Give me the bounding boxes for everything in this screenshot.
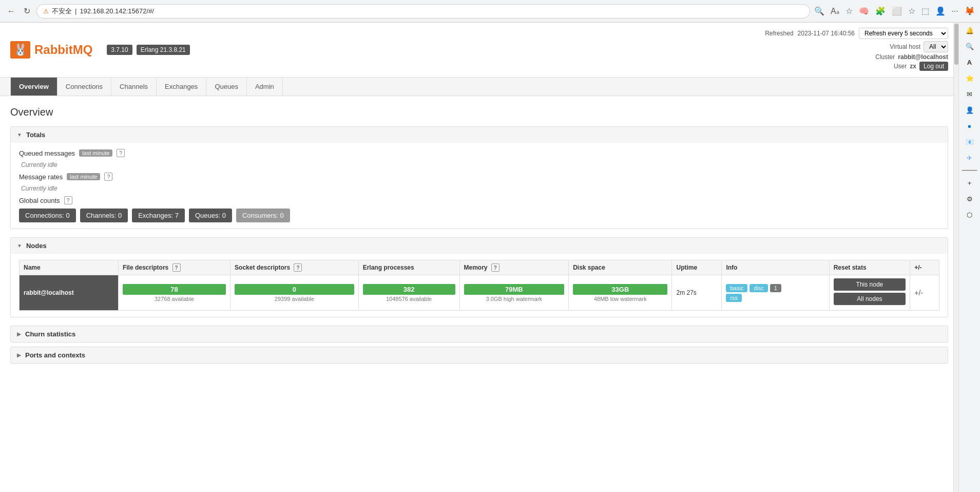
message-rates-help-icon[interactable]: ?	[104, 173, 112, 181]
person-sidebar-icon[interactable]: 👤	[966, 106, 974, 114]
plus-minus-icon[interactable]: +/-	[914, 289, 923, 297]
socket-descriptors-cell: 0 29399 available	[230, 275, 359, 311]
tab-channels[interactable]: Channels	[111, 78, 157, 96]
node-name: rabbit@localhost	[20, 275, 119, 311]
memory-help-icon[interactable]: ?	[491, 263, 499, 272]
back-button[interactable]: ←	[5, 5, 17, 18]
user-name: zx	[910, 63, 916, 70]
exchanges-count-badge[interactable]: Exchanges: 7	[132, 209, 185, 222]
split-icon[interactable]: ⬜	[892, 6, 902, 16]
socket-descriptors-bar: 0	[235, 284, 354, 295]
refresh-button[interactable]: ↻	[22, 4, 32, 18]
logout-button[interactable]: Log out	[919, 62, 948, 71]
email-sidebar-icon[interactable]: ✉	[967, 90, 972, 98]
queues-count-badge[interactable]: Queues: 0	[189, 209, 232, 222]
version-badge: 3.7.10	[107, 45, 132, 55]
cluster-label: Cluster	[875, 53, 895, 61]
info-tag-rss[interactable]: rss	[726, 294, 742, 302]
nodes-arrow-icon: ▼	[17, 243, 22, 249]
profile-icon[interactable]: 👤	[935, 6, 946, 16]
notification-icon[interactable]: 🔔	[966, 27, 974, 34]
browser-chrome: ← ↻ ⚠ 不安全 | 192.168.20.142:15672/#/ 🔍 Aₐ…	[0, 0, 980, 23]
global-counts-help-icon[interactable]: ?	[64, 196, 72, 204]
col-info: Info	[722, 260, 829, 275]
scroll-thumb[interactable]	[954, 24, 958, 65]
global-counts-row: Global counts ?	[19, 196, 939, 204]
consumers-count-badge[interactable]: Consumers: 0	[236, 209, 290, 222]
ports-arrow-icon: ▶	[17, 352, 21, 358]
global-counts-label: Global counts	[19, 197, 60, 204]
channels-count-badge[interactable]: Channels: 0	[80, 209, 128, 222]
rmq-logo: 🐰 RabbitMQ 3.7.10 Erlang 21.3.8.21	[10, 41, 190, 59]
search-toolbar-icon[interactable]: 🔍	[814, 6, 824, 16]
reset-all-nodes-button[interactable]: All nodes	[834, 293, 906, 305]
message-rates-badge[interactable]: last minute	[67, 173, 100, 180]
more-tools-icon[interactable]: ···	[952, 7, 958, 16]
browser-sidebar: 🔔 🔍 A ⭐ ✉ 👤 ● 📧 ✈ + ⚙ ⬡	[958, 23, 980, 492]
favorites-sidebar-icon[interactable]: ⭐	[966, 74, 974, 82]
info-tag-basic[interactable]: basic	[726, 284, 747, 292]
file-desc-help-icon[interactable]: ?	[172, 263, 181, 272]
totals-section-body: Queued messages last minute ? Currently …	[11, 143, 948, 229]
info-tag-num: 1	[770, 284, 781, 292]
refreshed-label: Refreshed	[765, 30, 793, 37]
col-file-descriptors: File descriptors ?	[118, 260, 230, 275]
ports-section-header[interactable]: ▶ Ports and contexts	[11, 347, 948, 363]
version-badges: 3.7.10 Erlang 21.3.8.21	[107, 45, 189, 55]
reset-this-node-button[interactable]: This node	[834, 278, 906, 291]
settings-sidebar-icon[interactable]: ⚙	[967, 195, 973, 203]
nodes-section: ▼ Nodes Name File descriptors ? Socket	[10, 237, 948, 317]
header-right: Refreshed 2023-11-07 16:40:56 Refresh ev…	[765, 28, 948, 72]
plus-minus-cell: +/-	[910, 275, 939, 311]
brain-icon[interactable]: 🧠	[859, 6, 869, 16]
cluster-name: rabbit@localhost	[898, 53, 948, 61]
edge-tab-icon[interactable]: 🦊	[965, 6, 975, 16]
churn-label: Churn statistics	[25, 330, 75, 338]
message-rates-idle-text: Currently idle	[21, 185, 939, 192]
security-warning-icon: ⚠	[43, 8, 49, 15]
bookmark-icon[interactable]: ☆	[846, 6, 853, 16]
message-rates-label: Message rates	[19, 173, 63, 181]
browser-toolbar-icons: 🔍 Aₐ ☆ 🧠 🧩 ⬜ ☆ ⬚ 👤 ··· 🦊	[814, 6, 975, 16]
memory-cell: 79MB 3.0GB high watermark	[459, 275, 569, 311]
totals-section: ▼ Totals Queued messages last minute ? C…	[10, 126, 948, 229]
totals-label: Totals	[26, 131, 45, 139]
tab-admin[interactable]: Admin	[247, 78, 283, 96]
connections-count-badge[interactable]: Connections: 0	[19, 209, 76, 222]
erlang-badge: Erlang 21.3.8.21	[137, 45, 190, 55]
tab-connections[interactable]: Connections	[57, 78, 111, 96]
logo-text: RabbitMQ	[34, 43, 92, 57]
favorites-bar-icon[interactable]: ☆	[908, 6, 915, 16]
translate-sidebar-icon[interactable]: A	[967, 59, 972, 66]
tab-overview[interactable]: Overview	[10, 78, 57, 96]
main-wrapper: 🐰 RabbitMQ 3.7.10 Erlang 21.3.8.21 Refre…	[0, 23, 958, 492]
edge-sidebar-icon[interactable]: ●	[968, 122, 972, 130]
reader-icon[interactable]: Aₐ	[831, 6, 839, 16]
open-sidebar-icon[interactable]: ⬡	[967, 211, 972, 219]
extensions-icon[interactable]: 🧩	[875, 6, 886, 16]
user-label: User	[894, 63, 907, 70]
info-tag-disc[interactable]: disc	[750, 284, 768, 292]
queued-messages-help-icon[interactable]: ?	[117, 149, 125, 157]
message-rates-row: Message rates last minute ?	[19, 173, 939, 181]
churn-section-header[interactable]: ▶ Churn statistics	[11, 326, 948, 342]
page-title: Overview	[10, 106, 948, 118]
collections-icon[interactable]: ⬚	[921, 6, 929, 16]
churn-arrow-icon: ▶	[17, 331, 21, 337]
logo-rabbit: Rabbit	[34, 43, 73, 56]
vhost-select[interactable]: All	[924, 41, 948, 52]
totals-section-header[interactable]: ▼ Totals	[11, 127, 948, 143]
nodes-section-header[interactable]: ▼ Nodes	[11, 238, 948, 254]
search-sidebar-icon[interactable]: 🔍	[966, 43, 974, 50]
outlook-sidebar-icon[interactable]: 📧	[966, 138, 974, 146]
tab-exchanges[interactable]: Exchanges	[157, 78, 206, 96]
col-reset-stats: Reset stats	[829, 260, 910, 275]
socket-desc-help-icon[interactable]: ?	[294, 263, 302, 272]
queued-messages-label: Queued messages	[19, 149, 75, 157]
address-bar[interactable]: ⚠ 不安全 | 192.168.20.142:15672/#/	[36, 4, 810, 18]
send-sidebar-icon[interactable]: ✈	[967, 154, 972, 162]
tab-queues[interactable]: Queues	[206, 78, 247, 96]
queued-messages-badge[interactable]: last minute	[79, 149, 112, 157]
more-sidebar-icon[interactable]: +	[968, 179, 972, 187]
refresh-select[interactable]: Refresh every 5 seconds Refresh every 10…	[859, 28, 948, 39]
